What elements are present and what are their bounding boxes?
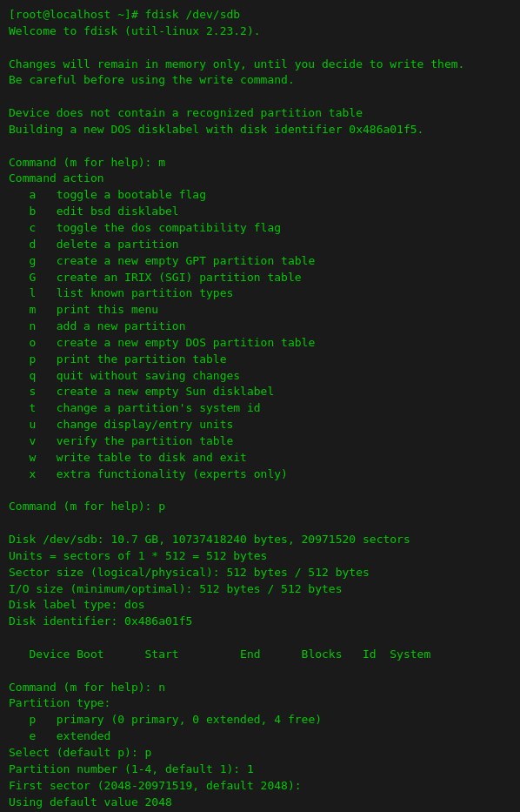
terminal-output: [root@localhost ~]# fdisk /dev/sdb Welco…	[9, 7, 511, 812]
